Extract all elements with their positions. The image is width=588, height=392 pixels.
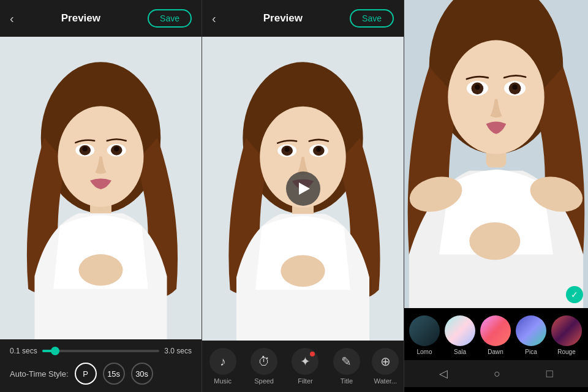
svg-point-17 bbox=[285, 147, 290, 152]
svg-point-34 bbox=[469, 222, 520, 260]
watermark-label: Water... bbox=[374, 377, 398, 385]
time-start-label: 0.1 secs bbox=[10, 347, 37, 355]
time-end-label: 3.0 secs bbox=[164, 347, 192, 355]
filter-label: Filter bbox=[298, 377, 312, 385]
svg-point-25 bbox=[448, 40, 544, 154]
speed-icon: ⏱ bbox=[251, 348, 277, 375]
left-model-svg bbox=[0, 37, 202, 339]
left-preview-title: Preview bbox=[61, 12, 100, 24]
speed-tool[interactable]: ⏱ Speed bbox=[246, 345, 282, 387]
filter-scroll-row: Lomo Sala Dawn Pica Rouge bbox=[404, 313, 588, 360]
music-tool[interactable]: ♪ Music bbox=[205, 345, 241, 387]
right-model-svg bbox=[404, 0, 588, 308]
play-button[interactable] bbox=[286, 172, 320, 206]
title-icon: ✎ bbox=[333, 348, 360, 375]
svg-point-10 bbox=[78, 254, 123, 285]
confirm-button[interactable]: ✓ bbox=[566, 286, 583, 303]
middle-bottom-controls: ♪ Music ⏱ Speed ✦ Filter ✎ Title ⊕ Water… bbox=[202, 341, 404, 392]
music-label: Music bbox=[214, 377, 232, 385]
filter-sala-label: Sala bbox=[454, 349, 466, 355]
middle-panel: ‹ Preview Save bbox=[202, 0, 404, 392]
left-image-area bbox=[0, 37, 202, 339]
style-30s-button[interactable]: 30s bbox=[131, 363, 153, 385]
style-15s-button[interactable]: 15s bbox=[103, 363, 125, 385]
music-icon: ♪ bbox=[209, 348, 236, 375]
auto-time-row: Auto-Time Style: P 15s 30s bbox=[10, 363, 192, 385]
watermark-icon: ⊕ bbox=[372, 348, 399, 375]
svg-point-31 bbox=[512, 85, 518, 90]
filter-dawn-label: Dawn bbox=[488, 349, 503, 355]
android-nav-bar: ◁ ○ □ bbox=[404, 360, 588, 387]
left-top-bar: ‹ Preview Save bbox=[0, 0, 202, 37]
filter-pica-thumb bbox=[516, 315, 546, 346]
filter-sala-thumb bbox=[445, 315, 475, 346]
time-slider-row: 0.1 secs 3.0 secs bbox=[10, 347, 192, 355]
style-p-button[interactable]: P bbox=[75, 363, 97, 385]
left-save-button[interactable]: Save bbox=[148, 9, 192, 28]
recents-nav-icon[interactable]: □ bbox=[546, 368, 553, 380]
filter-lomo-thumb bbox=[409, 315, 440, 346]
filter-lomo-label: Lomo bbox=[417, 349, 432, 355]
middle-preview-title: Preview bbox=[263, 12, 303, 24]
title-label: Title bbox=[341, 377, 353, 385]
left-bottom-controls: 0.1 secs 3.0 secs Auto-Time Style: P 15s… bbox=[0, 339, 202, 392]
watermark-tool[interactable]: ⊕ Water... bbox=[369, 345, 401, 387]
left-panel: ‹ Preview Save bbox=[0, 0, 202, 392]
auto-time-label: Auto-Time Style: bbox=[10, 369, 69, 379]
svg-point-20 bbox=[316, 147, 321, 152]
slider-thumb[interactable] bbox=[51, 347, 59, 355]
right-image-area: ✓ bbox=[404, 0, 588, 308]
filter-rouge-label: Rouge bbox=[557, 349, 575, 355]
back-nav-icon[interactable]: ◁ bbox=[439, 367, 448, 380]
svg-point-6 bbox=[83, 146, 88, 151]
middle-back-button[interactable]: ‹ bbox=[212, 12, 216, 26]
filter-rouge-thumb bbox=[551, 315, 582, 346]
right-bottom-bar: Lomo Sala Dawn Pica Rouge ◁ ○ □ bbox=[404, 308, 588, 392]
svg-point-28 bbox=[475, 85, 480, 90]
filter-pica[interactable]: Pica bbox=[516, 315, 546, 355]
left-back-button[interactable]: ‹ bbox=[10, 12, 14, 26]
time-slider-track[interactable] bbox=[42, 350, 160, 352]
filter-lomo[interactable]: Lomo bbox=[409, 315, 440, 355]
filter-tool[interactable]: ✦ Filter bbox=[287, 345, 323, 387]
filter-pica-label: Pica bbox=[525, 349, 537, 355]
filter-rouge[interactable]: Rouge bbox=[551, 315, 582, 355]
middle-image-area bbox=[202, 37, 404, 341]
filter-sala[interactable]: Sala bbox=[445, 315, 475, 355]
home-nav-icon[interactable]: ○ bbox=[494, 368, 500, 380]
middle-top-bar: ‹ Preview Save bbox=[202, 0, 404, 37]
middle-save-button[interactable]: Save bbox=[350, 9, 394, 28]
speed-label: Speed bbox=[254, 377, 274, 385]
svg-point-21 bbox=[281, 255, 325, 287]
filter-dawn[interactable]: Dawn bbox=[480, 315, 511, 355]
right-panel: ✓ Lomo Sala Dawn Pica Rouge bbox=[404, 0, 588, 392]
svg-point-9 bbox=[114, 146, 119, 151]
play-triangle-icon bbox=[299, 183, 310, 195]
red-dot-indicator bbox=[310, 352, 315, 356]
title-tool[interactable]: ✎ Title bbox=[328, 345, 365, 387]
filter-icon: ✦ bbox=[292, 348, 318, 375]
filter-dawn-thumb bbox=[480, 315, 511, 346]
